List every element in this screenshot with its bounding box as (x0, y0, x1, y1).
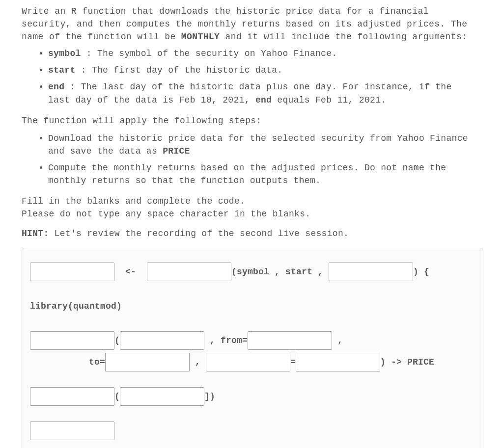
step-bold: PRICE (163, 146, 190, 156)
step-pre: Compute the monthly returns based on the… (48, 163, 446, 185)
code-text: ]) (204, 390, 215, 403)
arg-end-bold: end (255, 95, 272, 105)
intro-fn-name: MONTHLY (181, 32, 220, 42)
code-text: ) -> PRICE (380, 356, 434, 369)
code-panel: <- (symbol , start , ) { library(quantmo… (22, 248, 483, 448)
arg-colon: : (81, 65, 92, 75)
hint-line: HINT: Let's review the recording of the … (22, 227, 483, 240)
arg-pad (81, 49, 86, 58)
arg-item-end: end : The last day of the historic data … (48, 80, 483, 106)
arg-pad (64, 82, 70, 92)
fill-instruction-1: Fill in the blanks and complete the code… (22, 195, 483, 208)
code-text: , (332, 334, 343, 347)
code-text: <- (114, 265, 147, 278)
blank-symbol-arg[interactable] (120, 331, 204, 350)
arg-desc: The symbol of the security on Yahoo Fina… (97, 49, 337, 58)
blank-to-arg[interactable] (105, 353, 190, 371)
arg-desc: The first day of the historic data. (92, 65, 283, 75)
arg-name: end (48, 82, 64, 92)
blank-arg-end[interactable] (329, 263, 413, 281)
blank-autoassign-val[interactable] (296, 353, 380, 371)
blank-fn-name[interactable] (30, 263, 114, 281)
code-to-label: to= (89, 356, 105, 369)
blank-line (30, 284, 475, 294)
arguments-list: symbol : The symbol of the security on Y… (22, 47, 483, 106)
blank-autoassign-name[interactable] (206, 353, 290, 371)
question-container: Write an R function that downloads the h… (0, 0, 503, 448)
code-text: (symbol , start , (231, 265, 329, 278)
arg-item-symbol: symbol : The symbol of the security on Y… (48, 47, 483, 60)
code-row-4: to= , = ) -> PRICE (30, 352, 475, 372)
step-item: Download the historic price data for the… (48, 132, 483, 158)
code-row-1: <- (symbol , start , ) { (30, 262, 475, 282)
arg-desc-pre: The last day of the historic data plus o… (48, 82, 452, 105)
arg-colon: : (70, 82, 81, 92)
code-library: library(quantmod) (30, 300, 122, 313)
code-row-6 (30, 421, 475, 441)
steps-lead: The function will apply the following st… (22, 114, 483, 127)
code-row-5: ( ]) (30, 387, 475, 406)
arg-name: start (48, 65, 76, 75)
fill-instruction-2: Please do not type any space character i… (22, 208, 483, 220)
blank-line (30, 318, 475, 329)
code-text: , (190, 356, 206, 369)
hint-text: Let's review the recording of the second… (49, 229, 349, 238)
blank-close-brace[interactable] (30, 422, 114, 440)
arg-desc-post: equals Feb 11, 2021. (272, 95, 386, 105)
code-text: , from= (204, 334, 248, 347)
arg-colon: : (86, 49, 97, 58)
arg-item-start: start : The first day of the historic da… (48, 64, 483, 77)
code-text: ) { (413, 265, 429, 278)
code-row-2: library(quantmod) (30, 296, 475, 316)
arg-name: symbol (48, 49, 81, 58)
intro-post: and it will include the following argume… (220, 32, 467, 42)
steps-list: Download the historic price data for the… (22, 132, 483, 187)
intro-paragraph: Write an R function that downloads the h… (22, 5, 483, 43)
blank-monthlyreturn[interactable] (30, 387, 114, 406)
code-text: = (290, 356, 296, 369)
arg-pad (76, 65, 81, 75)
blank-function-keyword[interactable] (147, 263, 231, 281)
hint-label: HINT: (22, 229, 49, 238)
blank-line (30, 374, 475, 385)
blank-from-arg[interactable] (248, 331, 332, 350)
code-text: ( (114, 390, 120, 403)
blank-getsymbols[interactable] (30, 331, 114, 350)
blank-price-index[interactable] (120, 387, 204, 406)
code-row-3: ( , from= , (30, 331, 475, 350)
step-pre: Download the historic price data for the… (48, 133, 468, 156)
code-text: ( (114, 334, 120, 347)
step-item: Compute the monthly returns based on the… (48, 161, 483, 187)
blank-line (30, 408, 475, 419)
